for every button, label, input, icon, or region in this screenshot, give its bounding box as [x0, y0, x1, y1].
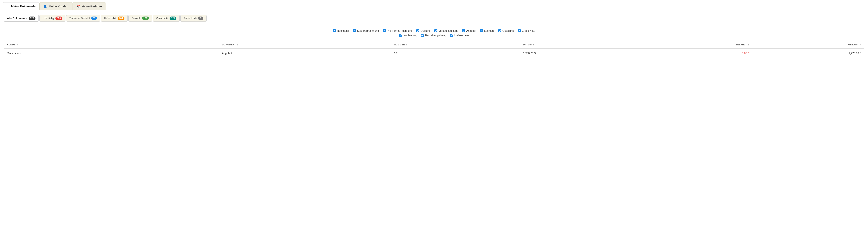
top-nav-tab-berichte[interactable]: 📅Meine Berichte [72, 2, 106, 10]
checkbox-proforma[interactable] [383, 29, 386, 32]
checkbox-label-rechnung: Rechnung [337, 29, 349, 32]
header-label-gesamt: GESAMT [848, 43, 859, 46]
checkbox-item-steuerabrechnung[interactable]: Steuerabrechnung [353, 29, 379, 32]
filter-tab-alle[interactable]: Alle Dokumente920 [4, 15, 39, 22]
checkbox-label-barzahlungsbeleg: Barzahlungsbeleg [425, 34, 446, 37]
checkbox-label-quittung: Quittung [421, 29, 431, 32]
table-header-bezahlt[interactable]: BEZAHLT⇕ [649, 41, 752, 49]
checkbox-item-proforma[interactable]: Pro-Forma-Rechnung [383, 29, 412, 32]
table-header-kunde[interactable]: KUNDE⇕ [4, 41, 219, 49]
top-nav-tab-kunden[interactable]: 👤Meine Kunden [39, 2, 72, 10]
checkbox-kaufauftrag[interactable] [399, 34, 402, 37]
header-label-dokument: DOKUMENT [222, 43, 236, 46]
app-container: ☰Meine Dokumente👤Meine Kunden📅Meine Beri… [0, 0, 868, 248]
checkbox-label-estimate: Estimate [484, 29, 494, 32]
filter-tab-badge-ueberfaellig: 556 [55, 17, 62, 20]
filter-tab-badge-bezahlt: 136 [142, 17, 149, 20]
checkbox-item-creditnote[interactable]: Credit Note [518, 29, 535, 32]
cell-gesamt-0: 1,276.00 € [752, 49, 864, 58]
checkbox-lieferschein[interactable] [450, 34, 453, 37]
checkbox-row-1: RechnungSteuerabrechnungPro-Forma-Rechnu… [4, 29, 864, 32]
tab-icon-dokumente: ☰ [7, 4, 10, 8]
sort-icon-gesamt: ⇕ [859, 44, 861, 46]
table-header-nummer[interactable]: NUMMER⇕ [391, 41, 520, 49]
checkbox-item-barzahlungsbeleg[interactable]: Barzahlungsbeleg [421, 34, 446, 37]
checkbox-quittung[interactable] [416, 29, 420, 32]
sort-icon-kunde: ⇕ [16, 44, 18, 46]
top-nav-tab-dokumente[interactable]: ☰Meine Dokumente [3, 2, 39, 10]
table-header-datum[interactable]: DATUM⇕ [520, 41, 649, 49]
checkbox-angebot[interactable] [462, 29, 465, 32]
checkbox-rechnung[interactable] [333, 29, 336, 32]
top-navigation: ☰Meine Dokumente👤Meine Kunden📅Meine Beri… [0, 0, 868, 10]
documents-table: KUNDE⇕DOKUMENT⇕NUMMER⇕DATUM⇕BEZAHLT⇕GESA… [4, 41, 864, 58]
checkbox-label-gutschrift: Gutschrift [502, 29, 514, 32]
filter-tab-badge-alle: 920 [29, 17, 35, 20]
filter-tab-badge-papierkorb: 1 [198, 17, 203, 20]
filter-tab-label-teilweise: Teilweise Bezahlt [69, 17, 90, 20]
header-label-bezahlt: BEZAHLT [736, 43, 747, 46]
table-header: KUNDE⇕DOKUMENT⇕NUMMER⇕DATUM⇕BEZAHLT⇕GESA… [4, 41, 864, 49]
filter-tab-label-unbezahlt: Unbezahlt [104, 17, 116, 20]
table-body: Miles LewisAngebot16415/08/20220.00 €1,2… [4, 49, 864, 58]
checkbox-verkaufsquittung[interactable] [434, 29, 437, 32]
header-label-kunde: KUNDE [7, 43, 16, 46]
checkbox-label-creditnote: Credit Note [522, 29, 535, 32]
checkbox-steuerabrechnung[interactable] [353, 29, 356, 32]
main-content: Alle Dokumente920Überfällig556Teilweise … [0, 10, 868, 62]
cell-bezahlt-0: 0.00 € [649, 49, 752, 58]
cell-dokument-0: Angebot [219, 49, 391, 58]
sort-icon-datum: ⇕ [532, 44, 534, 46]
filter-tabs: Alle Dokumente920Überfällig556Teilweise … [4, 15, 864, 22]
checkbox-item-rechnung[interactable]: Rechnung [333, 29, 349, 32]
checkbox-estimate[interactable] [480, 29, 483, 32]
tab-label-dokumente: Meine Dokumente [11, 5, 35, 8]
filter-tab-badge-verschickt: 121 [169, 17, 177, 20]
checkbox-gutschrift[interactable] [498, 29, 501, 32]
table-header-dokument[interactable]: DOKUMENT⇕ [219, 41, 391, 49]
filter-tab-label-verschickt: Verschickt [156, 17, 168, 20]
checkbox-creditnote[interactable] [518, 29, 521, 32]
header-label-datum: DATUM [523, 43, 532, 46]
sort-icon-nummer: ⇕ [406, 44, 408, 46]
header-label-nummer: NUMMER [394, 43, 405, 46]
filter-tab-label-bezahlt: Bezahlt [132, 17, 141, 20]
filter-tab-label-papierkorb: Papierkorb [184, 17, 196, 20]
cell-kunde-0: Miles Lewis [4, 49, 219, 58]
tab-label-kunden: Meine Kunden [49, 5, 68, 8]
checkbox-row-2: KaufauftragBarzahlungsbelegLieferschein [4, 34, 864, 37]
checkbox-item-quittung[interactable]: Quittung [416, 29, 431, 32]
cell-datum-0: 15/08/2022 [520, 49, 649, 58]
checkbox-label-angebot: Angebot [466, 29, 476, 32]
checkbox-label-verkaufsquittung: Verkaufsquittung [439, 29, 458, 32]
filter-tab-badge-unbezahlt: 784 [118, 17, 124, 20]
checkbox-item-lieferschein[interactable]: Lieferschein [450, 34, 469, 37]
tab-label-berichte: Meine Berichte [82, 5, 102, 8]
table-row[interactable]: Miles LewisAngebot16415/08/20220.00 €1,2… [4, 49, 864, 58]
checkbox-filters: RechnungSteuerabrechnungPro-Forma-Rechnu… [4, 26, 864, 41]
checkbox-label-steuerabrechnung: Steuerabrechnung [357, 29, 379, 32]
checkbox-barzahlungsbeleg[interactable] [421, 34, 424, 37]
filter-tab-verschickt[interactable]: Verschickt121 [153, 15, 180, 22]
filter-tab-label-ueberfaellig: Überfällig [43, 17, 54, 20]
checkbox-item-angebot[interactable]: Angebot [462, 29, 476, 32]
tab-icon-berichte: 📅 [76, 5, 80, 8]
sort-icon-dokument: ⇕ [237, 44, 239, 46]
filter-tab-ueberfaellig[interactable]: Überfällig556 [39, 15, 65, 22]
checkbox-item-kaufauftrag[interactable]: Kaufauftrag [399, 34, 417, 37]
checkbox-item-gutschrift[interactable]: Gutschrift [498, 29, 514, 32]
sort-icon-bezahlt: ⇕ [748, 44, 749, 46]
filter-tab-teilweise[interactable]: Teilweise Bezahlt31 [66, 15, 100, 22]
table-header-row: KUNDE⇕DOKUMENT⇕NUMMER⇕DATUM⇕BEZAHLT⇕GESA… [4, 41, 864, 49]
filter-tab-badge-teilweise: 31 [91, 17, 97, 20]
cell-nummer-0: 164 [391, 49, 520, 58]
filter-tab-papierkorb[interactable]: Papierkorb1 [180, 15, 207, 22]
filter-tab-unbezahlt[interactable]: Unbezahlt784 [101, 15, 128, 22]
filter-tab-label-alle: Alle Dokumente [7, 17, 27, 20]
tab-icon-kunden: 👤 [43, 5, 47, 8]
checkbox-label-kaufauftrag: Kaufauftrag [403, 34, 417, 37]
checkbox-item-verkaufsquittung[interactable]: Verkaufsquittung [434, 29, 458, 32]
checkbox-item-estimate[interactable]: Estimate [480, 29, 494, 32]
filter-tab-bezahlt[interactable]: Bezahlt136 [128, 15, 152, 22]
table-header-gesamt[interactable]: GESAMT⇕ [752, 41, 864, 49]
